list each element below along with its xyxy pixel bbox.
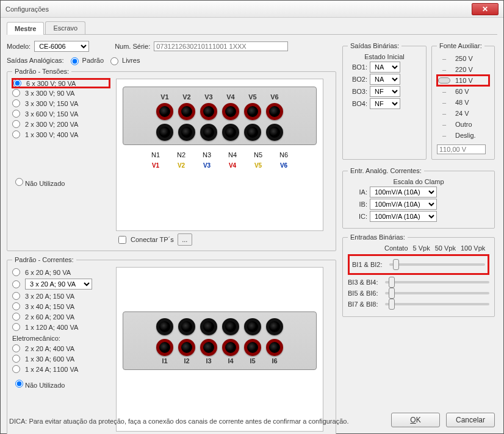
panel-entr-bin: Entradas Binárias: Contato 5 Vpk 50 Vpk …	[342, 233, 495, 317]
panel-correntes: Padrão - Correntes: 6 x 20 A; 90 VA 3 x …	[7, 256, 336, 434]
opt-tensao-3[interactable]: 3 x 600 V; 150 VA	[12, 108, 110, 119]
hint-text: DICA: Para evitar atuação da proteção, f…	[9, 418, 348, 425]
aux-outro[interactable]: –Outro	[437, 119, 489, 130]
numserie-label: Num. Série:	[115, 43, 150, 50]
opt-eletro-1[interactable]: 1 x 30 A; 600 VA	[12, 354, 110, 364]
aux-value	[437, 144, 486, 154]
window-title: Configurações	[5, 5, 472, 13]
opt-corr-0[interactable]: 6 x 20 A; 90 VA	[12, 267, 110, 277]
opt-tensao-0[interactable]: 6 x 300 V; 90 VA	[12, 79, 110, 88]
modelo-select[interactable]: CE-6006	[34, 41, 89, 52]
opt-corr-nao[interactable]: Não Utilizado	[12, 378, 110, 389]
diagram-tensoes: V1 V2 V3 V4 V5 V6	[116, 79, 323, 231]
panel-saidas-bin: Saídas Binárias: Estado Inicial BO1:NA B…	[342, 42, 427, 160]
chk-conectar-tp[interactable]: Conectar TP´s	[116, 234, 174, 246]
aux-48[interactable]: –48 V	[437, 97, 489, 108]
panel-entr-analog: Entr. Analóg. Correntes: Escala do Clamp…	[342, 167, 495, 229]
btn-tp-more[interactable]: ...	[178, 233, 192, 246]
diagram-correntes: I1 I2 I3 I4 I5 I6	[116, 267, 323, 432]
numserie-field	[154, 41, 288, 51]
opt-eletro-0[interactable]: 2 x 20 A; 400 VA	[12, 343, 110, 354]
cancel-button[interactable]: Cancelar	[446, 413, 495, 427]
tab-mestre[interactable]: Mestre	[7, 22, 44, 35]
aux-24[interactable]: –24 V	[437, 108, 489, 119]
slider-bi34[interactable]	[385, 281, 489, 283]
aux-250[interactable]: –250 V	[437, 53, 489, 64]
radio-padrao[interactable]: Padrão	[68, 55, 104, 65]
aux-deslig[interactable]: –Deslig.	[437, 130, 489, 141]
aux-60[interactable]: –60 V	[437, 86, 489, 97]
opt-tensao-5[interactable]: 1 x 300 V; 400 VA	[12, 129, 110, 140]
opt-tensao-nao[interactable]: Não Utilizado	[12, 176, 110, 187]
eletro-label: Eletromecânico:	[12, 335, 110, 342]
opt-corr-4[interactable]: 2 x 60 A; 200 VA	[12, 311, 110, 322]
radio-livres[interactable]: Livres	[107, 55, 140, 65]
slider-bi56[interactable]	[385, 292, 489, 294]
opt-tensao-1[interactable]: 3 x 300 V; 90 VA	[12, 88, 110, 98]
opt-eletro-2[interactable]: 1 x 24 A; 1100 VA	[12, 364, 110, 374]
opt-tensao-4[interactable]: 2 x 300 V; 200 VA	[12, 119, 110, 129]
saidas-analog-label: Saídas Analógicas:	[7, 57, 64, 64]
aux-220[interactable]: –220 V	[437, 64, 489, 75]
bo3-select[interactable]: NF	[370, 86, 400, 97]
slider-bi78[interactable]	[385, 303, 489, 305]
close-button[interactable]: ✕	[472, 3, 499, 15]
panel-tensoes: Padrão - Tensões: 6 x 300 V; 90 VA 3 x 3…	[7, 68, 336, 251]
bo2-select[interactable]: NA	[370, 74, 400, 85]
slider-bi12[interactable]	[389, 263, 485, 266]
bo1-select[interactable]: NA	[370, 62, 400, 73]
tabbar: Mestre Escravo	[7, 21, 497, 35]
ia-select[interactable]: 100mV/A (10A)	[370, 187, 437, 197]
modelo-label: Modelo:	[7, 43, 31, 50]
ok-button[interactable]: OK	[391, 413, 440, 427]
opt-corr-1[interactable]: 3 x 20 A; 90 VA	[12, 277, 110, 291]
panel-fonte-aux: Fonte Auxiliar: –250 V –220 V 110 V –60 …	[431, 42, 495, 160]
opt-tensao-2[interactable]: 3 x 300 V; 150 VA	[12, 98, 110, 108]
bo4-select[interactable]: NF	[370, 98, 400, 109]
ib-select[interactable]: 100mV/A (10A)	[370, 199, 437, 210]
aux-110[interactable]: 110 V	[437, 75, 489, 86]
opt-corr-3[interactable]: 3 x 40 A; 150 VA	[12, 301, 110, 311]
titlebar: Configurações ✕	[1, 1, 503, 18]
opt-corr-5[interactable]: 1 x 120 A; 400 VA	[12, 322, 110, 332]
config-window: Configurações ✕ Mestre Escravo Modelo: C…	[0, 0, 504, 434]
ic-select[interactable]: 100mV/A (10A)	[370, 211, 437, 222]
tab-escravo[interactable]: Escravo	[45, 21, 85, 34]
opt-corr-2[interactable]: 3 x 20 A; 150 VA	[12, 291, 110, 301]
